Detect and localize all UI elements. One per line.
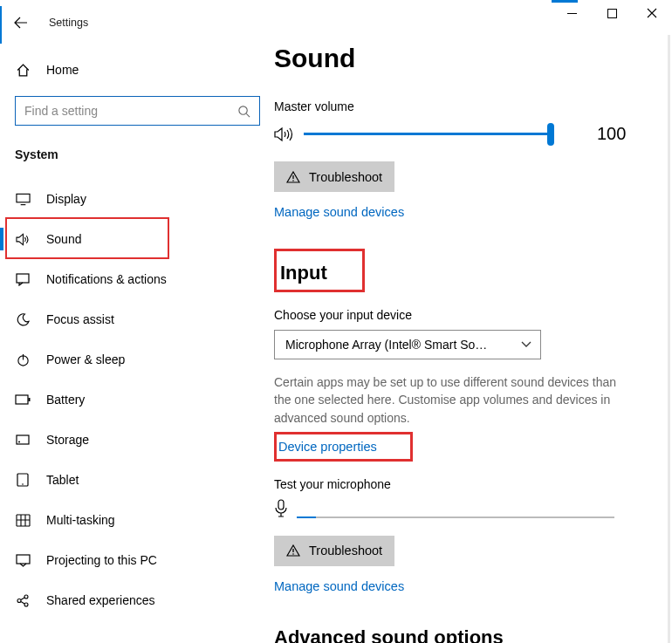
volume-row: 100 xyxy=(274,124,650,144)
tablet-icon xyxy=(15,473,31,487)
sidebar: Settings Home System Display Sound Notif… xyxy=(0,0,271,643)
sidebar-item-storage[interactable]: Storage xyxy=(0,420,271,460)
test-mic-label: Test your microphone xyxy=(274,477,650,491)
main-panel: Sound Master volume 100 Troubleshoot Man… xyxy=(271,0,672,643)
sidebar-item-label: Notifications & actions xyxy=(46,272,167,286)
sidebar-item-label: Focus assist xyxy=(46,312,114,326)
sidebar-item-label: Shared experiences xyxy=(46,593,155,607)
annotation-highlight-input: Input xyxy=(274,249,365,292)
choose-input-label: Choose your input device xyxy=(274,308,650,322)
share-icon xyxy=(15,594,31,607)
input-device-selected: Microphone Array (Intel® Smart So… xyxy=(285,338,487,352)
warning-icon xyxy=(286,544,300,557)
titlebar: Settings xyxy=(0,6,271,39)
content-scroll-area: Sound Master volume 100 Troubleshoot Man… xyxy=(271,0,663,643)
back-button[interactable] xyxy=(3,6,38,39)
svg-point-7 xyxy=(18,441,20,443)
power-icon xyxy=(15,353,31,366)
troubleshoot-output-button[interactable]: Troubleshoot xyxy=(274,161,394,192)
window-controls xyxy=(552,0,672,26)
advanced-sound-title: Advanced sound options xyxy=(274,626,650,643)
svg-rect-16 xyxy=(278,500,284,510)
monitor-icon xyxy=(15,193,31,206)
troubleshoot-label: Troubleshoot xyxy=(309,544,382,557)
svg-point-11 xyxy=(17,599,21,602)
chevron-down-icon xyxy=(521,341,531,348)
volume-value: 100 xyxy=(597,124,626,144)
sidebar-item-notifications[interactable]: Notifications & actions xyxy=(0,259,271,299)
input-device-dropdown[interactable]: Microphone Array (Intel® Smart So… xyxy=(274,330,541,359)
home-icon xyxy=(15,63,31,78)
moon-icon xyxy=(15,313,31,326)
volume-slider[interactable] xyxy=(304,126,552,143)
svg-rect-5 xyxy=(29,398,31,401)
maximize-button[interactable] xyxy=(592,0,632,26)
sidebar-section-header: System xyxy=(0,147,271,161)
window-accent-edge xyxy=(0,6,2,44)
scrollbar[interactable] xyxy=(668,35,670,643)
sidebar-item-label: Storage xyxy=(46,433,89,447)
sidebar-item-label: Battery xyxy=(46,393,85,407)
search-icon xyxy=(237,105,250,118)
sidebar-item-label: Display xyxy=(46,192,86,206)
troubleshoot-input-button[interactable]: Troubleshoot xyxy=(274,536,394,566)
arrow-left-icon xyxy=(14,16,28,30)
speaker-volume-icon xyxy=(274,127,293,142)
svg-point-9 xyxy=(22,483,24,485)
projecting-icon xyxy=(15,554,31,567)
search-box[interactable] xyxy=(15,96,260,126)
svg-rect-10 xyxy=(17,555,30,564)
close-button[interactable] xyxy=(632,0,672,26)
sidebar-item-display[interactable]: Display xyxy=(0,179,271,219)
svg-point-13 xyxy=(24,603,28,606)
message-icon xyxy=(15,273,31,286)
annotation-highlight-device-properties: Device properties xyxy=(274,432,413,462)
nav-home-label: Home xyxy=(46,63,79,77)
sidebar-item-sound[interactable]: Sound xyxy=(0,219,271,259)
sidebar-item-shared-experiences[interactable]: Shared experiences xyxy=(0,580,271,620)
mic-level-meter xyxy=(297,516,614,518)
manage-output-devices-link[interactable]: Manage sound devices xyxy=(274,205,404,219)
multitasking-icon xyxy=(15,514,31,527)
sidebar-item-battery[interactable]: Battery xyxy=(0,380,271,420)
storage-icon xyxy=(15,434,31,445)
volume-slider-thumb[interactable] xyxy=(547,123,554,146)
mic-test-row xyxy=(274,499,650,518)
nav-home[interactable]: Home xyxy=(0,52,271,87)
warning-icon xyxy=(286,171,300,183)
sidebar-item-focus-assist[interactable]: Focus assist xyxy=(0,299,271,339)
sidebar-item-label: Projecting to this PC xyxy=(46,553,157,567)
sidebar-item-label: Multi-tasking xyxy=(46,513,115,527)
device-properties-link[interactable]: Device properties xyxy=(278,440,377,454)
sidebar-item-projecting[interactable]: Projecting to this PC xyxy=(0,540,271,580)
svg-rect-2 xyxy=(17,274,29,283)
window-title: Settings xyxy=(49,17,88,29)
svg-point-12 xyxy=(24,595,28,599)
svg-rect-14 xyxy=(607,9,616,17)
svg-point-17 xyxy=(292,554,294,556)
sidebar-item-label: Sound xyxy=(46,232,81,246)
sidebar-item-power-sleep[interactable]: Power & sleep xyxy=(0,339,271,380)
microphone-icon xyxy=(274,499,288,518)
sidebar-item-label: Power & sleep xyxy=(46,352,125,366)
sidebar-item-tablet[interactable]: Tablet xyxy=(0,460,271,500)
sidebar-item-multitasking[interactable]: Multi-tasking xyxy=(0,500,271,540)
svg-rect-6 xyxy=(17,435,29,444)
svg-point-15 xyxy=(292,180,294,181)
input-helper-text: Certain apps may be set up to use differ… xyxy=(274,373,625,427)
svg-rect-4 xyxy=(16,395,28,404)
minimize-button[interactable] xyxy=(552,0,592,26)
svg-rect-1 xyxy=(16,194,29,202)
speaker-icon xyxy=(15,233,31,246)
battery-icon xyxy=(15,394,31,405)
input-section-title: Input xyxy=(280,262,327,284)
sidebar-item-label: Tablet xyxy=(46,473,79,487)
mic-level-fill xyxy=(297,516,316,518)
svg-point-0 xyxy=(239,106,247,113)
search-input[interactable] xyxy=(24,104,216,118)
manage-input-devices-link[interactable]: Manage sound devices xyxy=(274,579,404,593)
troubleshoot-label: Troubleshoot xyxy=(309,170,382,184)
master-volume-label: Master volume xyxy=(274,99,650,113)
page-title: Sound xyxy=(274,44,650,73)
